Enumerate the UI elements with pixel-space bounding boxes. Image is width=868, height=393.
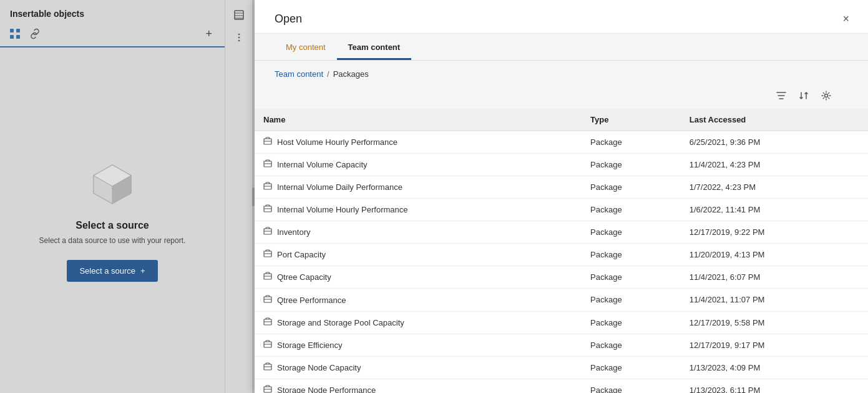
cell-last-accessed: 12/17/2019, 9:17 PM bbox=[681, 334, 868, 356]
cell-type: Package bbox=[582, 266, 681, 289]
dialog-header: Open × bbox=[255, 0, 868, 34]
svg-rect-0 bbox=[10, 29, 14, 32]
package-icon bbox=[263, 272, 272, 282]
cell-type: Package bbox=[582, 131, 681, 154]
cube-graphic bbox=[87, 159, 137, 209]
select-source-label: Select a source bbox=[79, 266, 135, 276]
cell-last-accessed: 11/4/2021, 6:07 PM bbox=[681, 266, 868, 289]
cell-type: Package bbox=[582, 199, 681, 221]
package-icon bbox=[263, 295, 272, 306]
table-row[interactable]: Port CapacityPackage11/20/2019, 4:13 PM bbox=[255, 244, 868, 266]
table-row[interactable]: Internal Volume CapacityPackage11/4/2021… bbox=[255, 154, 868, 176]
left-panel-header: Insertable objects bbox=[0, 0, 225, 19]
package-icon bbox=[263, 249, 272, 260]
left-panel-toolbar: + bbox=[0, 19, 225, 47]
cell-last-accessed: 11/20/2019, 4:13 PM bbox=[681, 244, 868, 266]
cell-name: Host Volume Hourly Performance bbox=[255, 131, 582, 154]
package-icon bbox=[263, 137, 272, 147]
cell-name: Internal Volume Hourly Performance bbox=[255, 199, 582, 221]
col-header-last-accessed: Last Accessed bbox=[681, 109, 868, 131]
breadcrumb-current: Packages bbox=[333, 69, 369, 79]
package-icon bbox=[263, 362, 272, 373]
table-row[interactable]: Qtree CapacityPackage11/4/2021, 6:07 PM bbox=[255, 266, 868, 289]
more-options-button[interactable] bbox=[232, 30, 246, 47]
table-view-button[interactable] bbox=[232, 7, 246, 25]
tab-my-content[interactable]: My content bbox=[275, 34, 337, 60]
table-row[interactable]: Storage Node CapacityPackage1/13/2023, 4… bbox=[255, 356, 868, 379]
svg-rect-2 bbox=[16, 29, 20, 32]
package-icon bbox=[263, 340, 272, 351]
package-icon bbox=[263, 317, 272, 328]
cell-name: Storage Node Capacity bbox=[255, 356, 582, 379]
table-row[interactable]: Qtree PerformancePackage11/4/2021, 11:07… bbox=[255, 289, 868, 311]
cell-name: Storage and Storage Pool Capacity bbox=[255, 311, 582, 334]
cell-name: Storage Node Performance bbox=[255, 379, 582, 393]
table-row[interactable]: Storage Node PerformancePackage1/13/2023… bbox=[255, 379, 868, 393]
svg-point-13 bbox=[238, 37, 240, 39]
breadcrumb-root-link[interactable]: Team content bbox=[275, 69, 323, 79]
cell-type: Package bbox=[582, 154, 681, 176]
grid-tab-icon[interactable] bbox=[5, 24, 25, 44]
table-row[interactable]: Internal Volume Daily PerformancePackage… bbox=[255, 176, 868, 199]
toolbar-strip bbox=[225, 0, 252, 393]
package-icon bbox=[263, 385, 272, 393]
cell-last-accessed: 1/13/2023, 6:11 PM bbox=[681, 379, 868, 393]
dialog-close-button[interactable]: × bbox=[839, 11, 853, 27]
cell-type: Package bbox=[582, 311, 681, 334]
select-source-title: Select a source bbox=[76, 220, 149, 231]
cell-last-accessed: 12/17/2019, 5:58 PM bbox=[681, 311, 868, 334]
dialog-table-toolbar bbox=[255, 85, 868, 109]
left-panel-content: Select a source Select a data source to … bbox=[0, 47, 225, 393]
dialog-title: Open bbox=[275, 12, 302, 26]
cell-name: Inventory bbox=[255, 221, 582, 244]
cell-name: Internal Volume Daily Performance bbox=[255, 176, 582, 199]
cell-last-accessed: 1/7/2022, 4:23 PM bbox=[681, 176, 868, 199]
table-row[interactable]: Storage EfficiencyPackage12/17/2019, 9:1… bbox=[255, 334, 868, 356]
sort-button[interactable] bbox=[796, 89, 812, 105]
cell-type: Package bbox=[582, 289, 681, 311]
settings-button[interactable] bbox=[818, 89, 834, 105]
table-row[interactable]: InventoryPackage12/17/2019, 9:22 PM bbox=[255, 221, 868, 244]
cell-type: Package bbox=[582, 356, 681, 379]
svg-point-15 bbox=[825, 94, 828, 97]
open-dialog: Open × My content Team content Team cont… bbox=[255, 0, 868, 393]
package-icon bbox=[263, 227, 272, 237]
cell-type: Package bbox=[582, 176, 681, 199]
filter-button[interactable] bbox=[773, 89, 789, 105]
tab-team-content[interactable]: Team content bbox=[337, 34, 412, 60]
package-icon bbox=[263, 204, 272, 215]
dialog-tabs: My content Team content bbox=[255, 34, 868, 61]
table-row[interactable]: Storage and Storage Pool CapacityPackage… bbox=[255, 311, 868, 334]
svg-rect-1 bbox=[10, 35, 14, 39]
packages-table: Name Type Last Accessed Host Volume Hour… bbox=[255, 109, 868, 393]
cell-last-accessed: 11/4/2021, 11:07 PM bbox=[681, 289, 868, 311]
cell-last-accessed: 1/6/2022, 11:41 PM bbox=[681, 199, 868, 221]
cell-last-accessed: 12/17/2019, 9:22 PM bbox=[681, 221, 868, 244]
table-row[interactable]: Host Volume Hourly PerformancePackage6/2… bbox=[255, 131, 868, 154]
cell-last-accessed: 11/4/2021, 4:23 PM bbox=[681, 154, 868, 176]
cell-type: Package bbox=[582, 379, 681, 393]
packages-table-wrapper[interactable]: Name Type Last Accessed Host Volume Hour… bbox=[255, 109, 868, 393]
left-panel-title: Insertable objects bbox=[10, 9, 84, 19]
cell-name: Storage Efficiency bbox=[255, 334, 582, 356]
package-icon bbox=[263, 182, 272, 192]
cell-name: Port Capacity bbox=[255, 244, 582, 266]
breadcrumb-separator: / bbox=[327, 69, 329, 79]
select-source-desc: Select a data source to use with your re… bbox=[39, 236, 186, 245]
svg-point-12 bbox=[238, 34, 240, 36]
link-tab-icon[interactable] bbox=[25, 24, 45, 44]
select-source-button[interactable]: Select a source + bbox=[67, 260, 157, 282]
breadcrumb: Team content / Packages bbox=[255, 61, 868, 85]
left-panel: Insertable objects + Sele bbox=[0, 0, 225, 393]
cell-last-accessed: 6/25/2021, 9:36 PM bbox=[681, 131, 868, 154]
cell-name: Qtree Capacity bbox=[255, 266, 582, 289]
table-row[interactable]: Internal Volume Hourly PerformancePackag… bbox=[255, 199, 868, 221]
package-icon bbox=[263, 159, 272, 170]
col-header-type: Type bbox=[582, 109, 681, 131]
add-button[interactable]: + bbox=[203, 26, 215, 42]
svg-rect-3 bbox=[16, 35, 20, 39]
cell-type: Package bbox=[582, 244, 681, 266]
table-header-row: Name Type Last Accessed bbox=[255, 109, 868, 131]
cell-type: Package bbox=[582, 221, 681, 244]
svg-point-14 bbox=[238, 40, 240, 42]
